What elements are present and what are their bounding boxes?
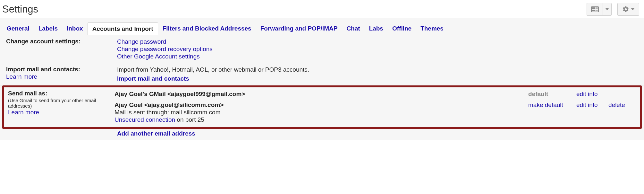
header-buttons xyxy=(587,3,642,16)
import-learn-more-link[interactable]: Learn more xyxy=(6,73,37,80)
tabs: General Labels Inbox Accounts and Import… xyxy=(0,18,644,35)
section-send-mail-as: Send mail as: (Use Gmail to send from yo… xyxy=(4,90,640,124)
connection-line: Unsecured connection on port 25 xyxy=(114,116,528,123)
tab-offline[interactable]: Offline xyxy=(388,22,416,35)
label-col xyxy=(0,130,113,137)
label-col: Send mail as: (Use Gmail to send from yo… xyxy=(4,90,114,124)
edit-info-link[interactable]: edit info xyxy=(576,91,598,97)
edit-info-link[interactable]: edit info xyxy=(576,101,598,108)
import-mail-link[interactable]: Import mail and contacts xyxy=(117,75,189,82)
section-add-another: Add another email address xyxy=(0,129,644,140)
section-title: Change account settings: xyxy=(6,38,113,45)
section-send-mail-as-highlight: Send mail as: (Use Gmail to send from yo… xyxy=(2,85,642,129)
sendmail-row-1: Ajay Goel <ajay.goel@silicomm.com> Mail … xyxy=(114,101,640,124)
tab-themes[interactable]: Themes xyxy=(416,22,448,35)
tab-general[interactable]: General xyxy=(2,22,34,35)
section-import: Import mail and contacts: Learn more Imp… xyxy=(0,63,644,85)
make-default-link[interactable]: make default xyxy=(528,101,563,108)
tab-forwarding[interactable]: Forwarding and POP/IMAP xyxy=(256,22,342,35)
sendmail-learn-more-link[interactable]: Learn more xyxy=(8,109,39,116)
other-settings-link[interactable]: Other Google Account settings xyxy=(117,53,200,60)
label-col: Import mail and contacts: Learn more xyxy=(0,66,113,83)
section-title: Send mail as: xyxy=(8,90,114,97)
keyboard-button[interactable] xyxy=(587,3,603,16)
chevron-down-icon xyxy=(606,8,609,10)
sendmail-row-display: Ajay Goel's GMail <ajaygoel999@gmail.com… xyxy=(114,91,528,98)
value-col: Add another email address xyxy=(113,130,644,137)
page-title: Settings xyxy=(2,4,38,15)
tab-labels[interactable]: Labels xyxy=(34,22,62,35)
mail-through-text: Mail is sent through: mail.silicomm.com xyxy=(114,109,528,116)
value-col: Import from Yahoo!, Hotmail, AOL, or oth… xyxy=(113,66,644,83)
chevron-down-icon xyxy=(631,8,634,10)
content: Change account settings: Change password… xyxy=(0,35,644,140)
label-col: Change account settings: xyxy=(0,38,113,60)
delete-link[interactable]: delete xyxy=(608,101,625,108)
change-password-link[interactable]: Change password xyxy=(117,38,166,45)
tab-labs[interactable]: Labs xyxy=(365,22,388,35)
sendmail-row-display: Ajay Goel <ajay.goel@silicomm.com> xyxy=(114,101,528,109)
import-desc: Import from Yahoo!, Hotmail, AOL, or oth… xyxy=(117,66,644,73)
tab-accounts[interactable]: Accounts and Import xyxy=(88,22,158,35)
add-another-email-link[interactable]: Add another email address xyxy=(117,130,195,137)
section-change-account: Change account settings: Change password… xyxy=(0,35,644,63)
port-text: on port 25 xyxy=(175,116,204,123)
keyboard-button-group xyxy=(587,3,612,16)
tab-chat[interactable]: Chat xyxy=(342,22,364,35)
gear-icon xyxy=(622,6,629,13)
settings-gear-button[interactable] xyxy=(617,3,639,16)
tab-filters[interactable]: Filters and Blocked Addresses xyxy=(158,22,256,35)
unsecured-connection-link[interactable]: Unsecured connection xyxy=(114,116,175,123)
tab-inbox[interactable]: Inbox xyxy=(62,22,88,35)
value-col: Change password Change password recovery… xyxy=(113,38,644,60)
change-recovery-link[interactable]: Change password recovery options xyxy=(117,46,213,52)
value-col: Ajay Goel's GMail <ajaygoel999@gmail.com… xyxy=(114,90,640,124)
header: Settings xyxy=(0,0,644,18)
keyboard-icon xyxy=(591,6,599,12)
section-subtitle: (Use Gmail to send from your other email… xyxy=(8,98,114,109)
section-title: Import mail and contacts: xyxy=(6,66,113,73)
default-label: default xyxy=(528,91,548,97)
sendmail-row-0: Ajay Goel's GMail <ajaygoel999@gmail.com… xyxy=(114,90,640,98)
keyboard-dropdown-button[interactable] xyxy=(603,3,612,16)
